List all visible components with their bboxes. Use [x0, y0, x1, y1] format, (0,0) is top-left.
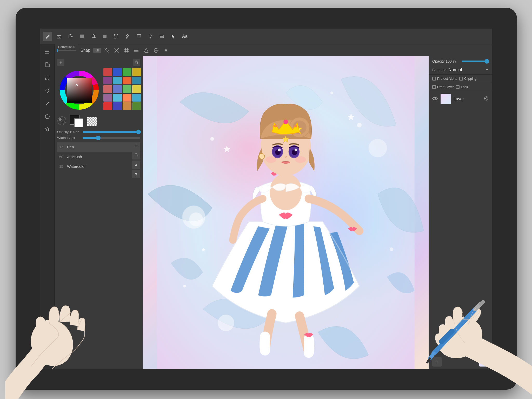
- swatch-item[interactable]: [103, 102, 112, 110]
- layer-visibility-icon[interactable]: [432, 96, 438, 102]
- eyedropper-tool[interactable]: [123, 32, 132, 41]
- delete-swatch-button[interactable]: [133, 59, 140, 66]
- bucket-tool[interactable]: [89, 32, 98, 41]
- width-thumb[interactable]: [96, 136, 101, 140]
- swatch-item[interactable]: [103, 94, 112, 102]
- swatch-item[interactable]: [132, 68, 141, 76]
- draft-layer-label: Draft Layer: [437, 85, 454, 89]
- lock-checkbox[interactable]: [456, 85, 460, 89]
- svg-rect-9: [160, 37, 164, 38]
- opacity-slider-track[interactable]: [83, 131, 140, 133]
- layer-tool[interactable]: [157, 32, 167, 41]
- draft-layer-checkbox-item: Draft Layer: [432, 85, 454, 89]
- blending-dropdown-icon[interactable]: ▼: [486, 68, 489, 72]
- correction-label-text: Correction 0: [57, 45, 76, 49]
- select-rect-tool[interactable]: [111, 32, 121, 41]
- lock-checkbox-item: Lock: [456, 85, 468, 89]
- swatch-item[interactable]: [123, 85, 131, 93]
- color-picker-icon[interactable]: [42, 112, 52, 122]
- delete-brush-button[interactable]: [132, 151, 140, 159]
- swatch-item[interactable]: [123, 94, 131, 102]
- brush-item-watercolor[interactable]: 15 Watercolor: [57, 162, 140, 171]
- color-wheel[interactable]: [57, 68, 101, 112]
- snap-circle-icon[interactable]: [152, 46, 160, 55]
- brush-item-pen[interactable]: 17 Pen ⚙: [57, 142, 140, 152]
- add-brush-button[interactable]: +: [132, 142, 140, 150]
- clipping-checkbox[interactable]: [459, 77, 463, 81]
- background-color[interactable]: [74, 118, 83, 127]
- swatch-item[interactable]: [132, 77, 141, 84]
- add-layer-button[interactable]: +: [432, 357, 442, 367]
- swatch-item[interactable]: [103, 77, 112, 84]
- opacity-thumb[interactable]: [484, 59, 489, 64]
- snap-perspective-icon[interactable]: [142, 46, 150, 55]
- redo-icon[interactable]: [42, 343, 52, 353]
- swatch-item[interactable]: [132, 94, 141, 102]
- brush-icon[interactable]: [42, 99, 52, 109]
- brush-item-airbrush[interactable]: 50 AirBrush: [57, 152, 140, 162]
- layer-settings-icon[interactable]: [484, 96, 489, 102]
- layers-icon[interactable]: [42, 125, 52, 135]
- new-file-icon[interactable]: [42, 60, 52, 70]
- swatch-item[interactable]: [113, 94, 122, 102]
- swatch-item[interactable]: [113, 68, 122, 76]
- tools-panel: +: [55, 56, 143, 369]
- stamp-tool[interactable]: [134, 32, 144, 41]
- svg-point-39: [295, 125, 297, 128]
- blending-value: Normal: [449, 68, 486, 72]
- canvas-area[interactable]: [143, 56, 429, 369]
- snap-grid-icon[interactable]: [122, 46, 131, 55]
- move-brush-up-button[interactable]: ▲: [132, 161, 140, 169]
- cursor-tool[interactable]: [169, 32, 178, 41]
- fg-bg-colors: [70, 115, 85, 128]
- protect-alpha-checkbox[interactable]: [432, 77, 436, 81]
- fill-tool[interactable]: [77, 32, 87, 41]
- swatch-item[interactable]: [123, 77, 131, 84]
- add-swatch-button[interactable]: +: [57, 59, 64, 66]
- opacity-label: Opacity 100 %: [432, 59, 460, 63]
- lasso-select-icon[interactable]: [42, 86, 52, 96]
- undo-icon[interactable]: [42, 356, 52, 366]
- pen-tool[interactable]: [43, 32, 52, 41]
- swatch-grid: [103, 68, 141, 110]
- width-label: Width 17 px: [57, 136, 81, 140]
- selection-icon[interactable]: [42, 73, 52, 83]
- layer-item[interactable]: Layer: [429, 91, 492, 107]
- swatch-item[interactable]: [123, 68, 131, 76]
- correction-slider[interactable]: [57, 50, 76, 51]
- transform-tool[interactable]: [66, 32, 75, 41]
- swatch-item[interactable]: [132, 85, 141, 93]
- swatch-item[interactable]: [113, 102, 122, 110]
- svg-rect-3: [103, 35, 107, 38]
- opacity-slider[interactable]: [462, 61, 489, 62]
- svg-point-2: [95, 37, 96, 38]
- transparent-color[interactable]: [87, 117, 97, 126]
- swatch-item[interactable]: [103, 68, 112, 76]
- correction-thumb[interactable]: [57, 49, 58, 52]
- swatch-item[interactable]: [123, 102, 131, 110]
- tablet-frame: Aa Opacity 100 % Snap off: [16, 8, 517, 390]
- eraser-tool[interactable]: [54, 32, 64, 41]
- snap-horizontal-icon[interactable]: [132, 46, 141, 55]
- menu-icon[interactable]: [42, 47, 52, 57]
- text-tool[interactable]: Aa: [180, 32, 189, 41]
- opacity-thumb[interactable]: [136, 130, 141, 134]
- shape-tool[interactable]: [100, 32, 109, 41]
- move-brush-down-button[interactable]: ▼: [132, 170, 140, 178]
- lasso-tool[interactable]: [146, 32, 155, 41]
- snap-extra-icon[interactable]: [162, 46, 170, 55]
- color-mode-button[interactable]: [57, 116, 68, 127]
- swatch-item[interactable]: [132, 102, 141, 110]
- swatch-item[interactable]: [103, 85, 112, 93]
- snap-off-button[interactable]: off: [93, 48, 101, 53]
- draft-layer-checkbox[interactable]: [432, 85, 436, 89]
- snap-diagonal-icon[interactable]: [103, 46, 111, 55]
- snap-crosshatch-icon[interactable]: [112, 46, 121, 55]
- layer-name: Layer: [454, 97, 481, 101]
- svg-point-53: [484, 97, 488, 100]
- width-slider-track[interactable]: [83, 137, 140, 139]
- swatch-item[interactable]: [113, 85, 122, 93]
- swatch-item[interactable]: [113, 77, 122, 84]
- right-panel: Opacity 100 % Blending Normal ▼ Protect …: [429, 56, 492, 369]
- svg-point-31: [330, 91, 333, 94]
